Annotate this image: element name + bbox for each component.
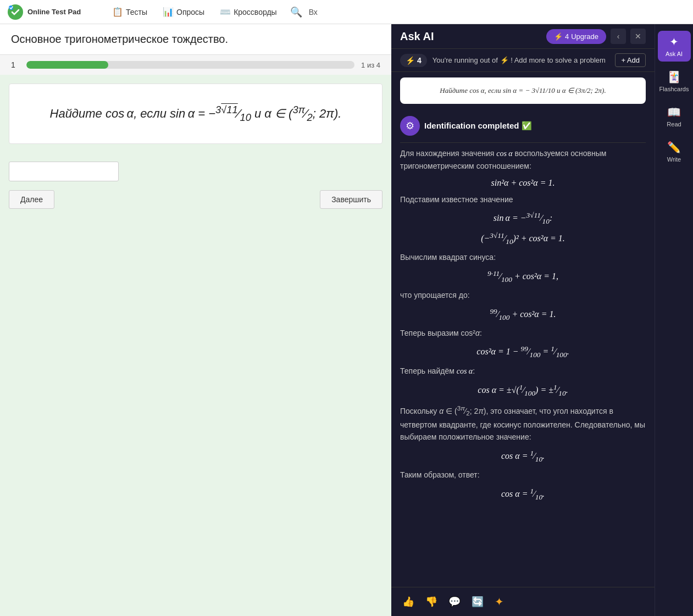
write-icon: ✏️: [667, 141, 681, 154]
ai-header: Ask AI ⚡ 4 Upgrade ‹ ✕: [391, 24, 655, 49]
question-card: Найдите cos α, если sin α = −3√11⁄10 и α…: [9, 84, 382, 144]
math-display-6: 9·11⁄100 + cos²α = 1,: [400, 269, 646, 284]
upgrade-label: Upgrade: [571, 32, 598, 41]
gear-avatar: ⚙: [400, 116, 420, 136]
math-display-14: cos α = 1⁄10.: [400, 449, 646, 464]
finish-button[interactable]: Завершить: [320, 190, 382, 209]
login-button[interactable]: Вх: [309, 8, 318, 16]
logo-icon: [7, 3, 24, 21]
progress-bar-fill: [26, 61, 108, 69]
test-progress-bar: 1 1 из 4: [0, 55, 391, 75]
math-question: Найдите cos α, если sin α = −3√11⁄10 и α…: [20, 95, 371, 132]
response-block-13: Поскольку α ∈ (3π⁄2; 2π), это означает, …: [400, 403, 646, 443]
math-display-8: 99⁄100 + cos²α = 1.: [400, 307, 646, 322]
surveys-icon: 📊: [163, 7, 174, 17]
energy-badge: ⚡ 4: [400, 54, 427, 67]
flashcards-icon: 🃏: [667, 70, 681, 84]
sidebar-item-flashcards[interactable]: 🃏 Flashcards: [658, 66, 691, 97]
nav-items: 📋 Тесты 📊 Опросы ⌨️ Кроссворды 🔍 Вх: [106, 3, 318, 20]
nav-item-tests[interactable]: 📋 Тесты: [106, 3, 154, 20]
action-bar: 👍 👎 💬 🔄 ✦: [391, 587, 655, 616]
tests-icon: 📋: [112, 7, 123, 17]
ai-response-area[interactable]: ⚙ Identification completed ✅ Для нахожде…: [391, 109, 655, 587]
sidebar-label-flashcards: Flashcards: [659, 86, 689, 92]
progress-label: 1 из 4: [361, 61, 380, 69]
preview-math-text: Найдите cos α, если sin α = − 3√11/10 и …: [404, 82, 641, 99]
ai-content: Ask AI ⚡ 4 Upgrade ‹ ✕ ⚡ 4: [391, 24, 655, 616]
ai-header-actions: ⚡ 4 Upgrade ‹ ✕: [546, 29, 646, 44]
math-display-12: cos α = ±√(1⁄100) = ±1⁄10.: [400, 383, 646, 398]
test-title: Основное тригонометрическое тождество.: [11, 33, 380, 46]
upgrade-count: 4: [565, 32, 569, 41]
next-button[interactable]: Далее: [9, 190, 54, 209]
math-display-4: (−3√11⁄10)² + cos²α = 1.: [400, 231, 646, 246]
ai-panel: Ask AI ⚡ 4 Upgrade ‹ ✕ ⚡ 4: [391, 24, 693, 616]
response-block-2: Подставим известное значение: [400, 193, 646, 206]
nav-label-crosswords: Кроссворды: [234, 8, 277, 16]
math-display-1: sin²α + cos²α = 1.: [400, 178, 646, 188]
close-button[interactable]: ✕: [630, 29, 646, 44]
logo-area: Online Test Pad: [7, 3, 95, 21]
response-block-0: Для нахождения значения cos α воспользуе…: [400, 147, 646, 173]
upgrade-button[interactable]: ⚡ 4 Upgrade: [546, 29, 606, 44]
energy-count: 4: [417, 56, 422, 65]
ask-ai-icon: ✦: [669, 35, 679, 48]
nav-label-surveys: Опросы: [176, 8, 204, 16]
check-icon: ✅: [522, 121, 532, 130]
add-energy-button[interactable]: + Add: [615, 53, 646, 67]
nav-item-crosswords[interactable]: ⌨️ Кроссворды: [213, 3, 284, 20]
comment-button[interactable]: 💬: [446, 593, 463, 610]
energy-bar: ⚡ 4 You're running out of ⚡ ! Add more t…: [391, 49, 655, 72]
sidebar-label-ask-ai: Ask AI: [666, 51, 683, 57]
ai-sidebar: ✦ Ask AI 🃏 Flashcards 📖 Read ✏️ Write: [655, 24, 693, 616]
divider: [400, 142, 646, 143]
response-block-7: что упрощается до:: [400, 289, 646, 301]
identification-header: ⚙ Identification completed ✅: [400, 116, 646, 136]
sidebar-label-read: Read: [667, 121, 681, 127]
math-display-16: cos α = 1⁄10.: [400, 487, 646, 502]
progress-number: 1: [11, 60, 20, 69]
answer-area: [9, 162, 382, 181]
math-display-10: cos²α = 1 − 99⁄100 = 1⁄100.: [400, 345, 646, 359]
response-block-9: Теперь выразим cos²α:: [400, 327, 646, 339]
math-display-3: sin α = −3√11⁄10:: [400, 211, 646, 226]
ai-title: Ask AI: [400, 30, 434, 43]
logo-text: Online Test Pad: [27, 8, 81, 16]
sidebar-item-read[interactable]: 📖 Read: [658, 101, 691, 132]
nav-label-tests: Тесты: [126, 8, 147, 16]
test-header: Основное тригонометрическое тождество.: [0, 24, 391, 55]
energy-lightning-inline: ⚡: [500, 56, 511, 64]
identification-text: Identification completed ✅: [424, 121, 532, 131]
lightning-icon: ⚡: [554, 32, 563, 41]
crosswords-icon: ⌨️: [220, 7, 231, 17]
refresh-button[interactable]: 🔄: [469, 593, 486, 610]
energy-lightning-icon: ⚡: [406, 56, 415, 65]
sidebar-item-ask-ai[interactable]: ✦ Ask AI: [658, 31, 691, 62]
main-layout: Основное тригонометрическое тождество. 1…: [0, 24, 693, 616]
test-panel: Основное тригонометрическое тождество. 1…: [0, 24, 391, 616]
search-icon[interactable]: 🔍: [290, 6, 302, 18]
read-icon: 📖: [667, 106, 681, 119]
back-button[interactable]: ‹: [611, 29, 626, 44]
response-block-11: Теперь найдём cos α:: [400, 365, 646, 378]
progress-bar-container: [26, 61, 354, 69]
sidebar-label-write: Write: [667, 156, 681, 163]
top-navigation: Online Test Pad 📋 Тесты 📊 Опросы ⌨️ Крос…: [0, 0, 693, 24]
test-actions: Далее Завершить: [0, 184, 391, 215]
response-block-15: Таким образом, ответ:: [400, 469, 646, 481]
thumbs-down-button[interactable]: 👎: [423, 593, 440, 610]
response-block-5: Вычислим квадрат синуса:: [400, 251, 646, 263]
nav-item-surveys[interactable]: 📊 Опросы: [156, 3, 211, 20]
energy-text: You're running out of ⚡ ! Add more to so…: [433, 56, 610, 64]
sparkle-button[interactable]: ✦: [492, 593, 506, 611]
thumbs-up-button[interactable]: 👍: [400, 593, 417, 610]
answer-input[interactable]: [9, 162, 119, 181]
image-preview: Найдите cos α, если sin α = − 3√11/10 и …: [400, 77, 646, 104]
sidebar-item-write[interactable]: ✏️ Write: [658, 136, 691, 167]
